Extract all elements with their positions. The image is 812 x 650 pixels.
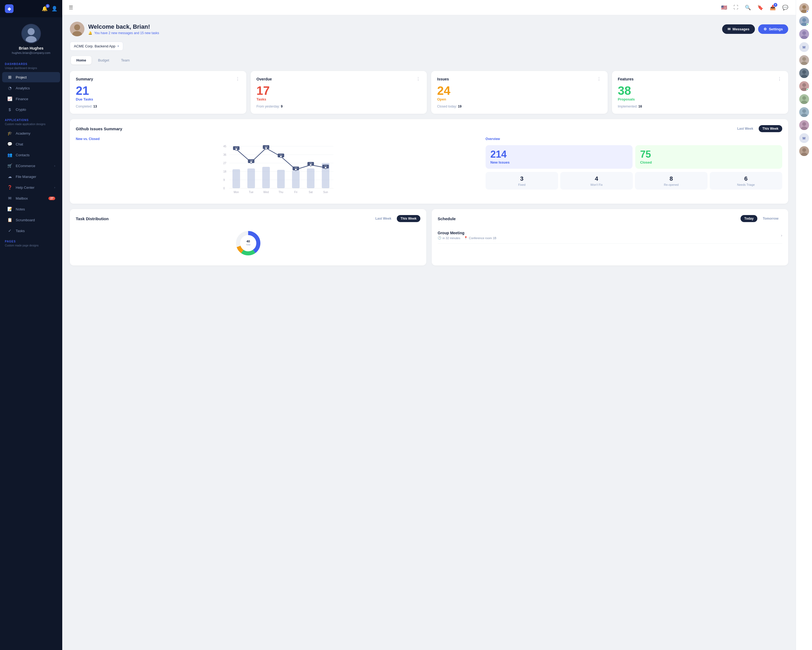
right-panel-avatar-5[interactable] — [799, 68, 809, 78]
mailbox-badge: 27 — [49, 197, 55, 200]
sidebar-item-academy[interactable]: 🎓 Academy — [2, 128, 60, 138]
svg-text:Tue: Tue — [249, 191, 253, 194]
bookmark-icon[interactable]: 🔖 — [756, 3, 765, 12]
card-header: Issues ⋮ — [437, 76, 602, 81]
card-menu-icon[interactable]: ⋮ — [597, 76, 602, 81]
task-dist-this-week-button[interactable]: This Week — [397, 215, 420, 222]
sidebar-item-notes[interactable]: 📝 Notes — [2, 204, 60, 214]
sidebar-profile: Brian Hughes hughes.brian@company.com — [0, 17, 62, 59]
right-panel-avatar-4[interactable] — [799, 55, 809, 65]
welcome-header: Welcome back, Brian! 🔔 You have 2 new me… — [70, 22, 788, 36]
hamburger-menu-button[interactable]: ☰ — [69, 5, 73, 11]
svg-point-1 — [27, 28, 35, 35]
user-search-button[interactable]: 👤 — [52, 6, 57, 12]
svg-rect-23 — [307, 168, 314, 188]
last-week-button[interactable]: Last Week — [734, 125, 757, 132]
right-panel-avatar-2[interactable] — [799, 16, 809, 26]
right-panel-avatar-1[interactable] — [799, 3, 809, 13]
tasks-icon: ✓ — [7, 228, 12, 233]
reopened-number: 8 — [637, 175, 705, 182]
card-sub: Implemented: 16 — [618, 104, 783, 109]
schedule-event: Group Meeting 🕐 in 32 minutes 📍 Conferen… — [438, 227, 782, 244]
fixed-label: Fixed — [488, 183, 556, 186]
sidebar-item-crypto[interactable]: $ Crypto — [2, 104, 60, 115]
svg-point-43 — [295, 168, 297, 171]
card-label: Due Tasks — [76, 97, 240, 101]
sidebar-item-project[interactable]: ⊞ Project — [2, 72, 60, 82]
svg-rect-20 — [262, 167, 270, 188]
sidebar-item-ecommerce[interactable]: 🛒 ECommerce › — [2, 161, 60, 171]
flag-icon[interactable]: 🇺🇸 — [720, 3, 728, 12]
right-panel-avatar-7[interactable] — [799, 94, 809, 104]
inbox-button[interactable]: 📥 5 — [769, 3, 777, 12]
svg-point-87 — [802, 148, 806, 152]
closed-number: 75 — [640, 150, 777, 159]
card-number: 38 — [618, 85, 783, 97]
right-panel-avatar-9[interactable] — [799, 120, 809, 130]
svg-text:9: 9 — [223, 179, 225, 182]
svg-point-66 — [802, 31, 806, 35]
sidebar-item-label: ECommerce — [16, 164, 35, 168]
closed-label: Closed — [640, 161, 777, 164]
right-panel-avatar-8[interactable] — [799, 107, 809, 117]
svg-point-60 — [802, 5, 806, 9]
tab-home[interactable]: Home — [71, 56, 92, 64]
github-issues-section: Github Issues Summary Last Week This Wee… — [70, 119, 788, 203]
card-menu-icon[interactable]: ⋮ — [777, 76, 782, 81]
needs-triage-label: Needs Triage — [712, 183, 780, 186]
svg-point-40 — [250, 161, 252, 163]
this-week-button[interactable]: This Week — [759, 125, 782, 132]
gear-icon: ⚙ — [763, 27, 767, 31]
sidebar-item-mailbox[interactable]: ✉ Mailbox 27 — [2, 193, 60, 203]
svg-point-63 — [802, 18, 806, 22]
sidebar-item-help-center[interactable]: ❓ Help Center › — [2, 182, 60, 193]
tab-budget[interactable]: Budget — [93, 56, 114, 64]
svg-point-78 — [802, 96, 806, 100]
chevron-right-icon-schedule[interactable]: › — [781, 233, 782, 237]
sidebar-item-analytics[interactable]: ◔ Analytics — [2, 83, 60, 93]
right-panel-avatar-10[interactable] — [799, 146, 809, 156]
chevron-down-icon: ▾ — [118, 44, 119, 48]
fullscreen-icon[interactable]: ⛶ — [733, 3, 739, 11]
card-number: 24 — [437, 85, 602, 97]
app-logo[interactable]: ◆ — [5, 5, 14, 13]
svg-rect-22 — [292, 171, 300, 188]
svg-point-45 — [325, 167, 327, 169]
day-toggle: Today Tomorrow — [740, 215, 782, 222]
chat-topbar-icon[interactable]: 💬 — [781, 3, 789, 12]
today-button[interactable]: Today — [740, 215, 757, 222]
scrumboard-icon: 📋 — [7, 217, 12, 222]
location-icon: 📍 — [464, 236, 468, 240]
project-selector[interactable]: ACME Corp. Backend App ▾ — [70, 42, 123, 50]
right-panel-initial-m1[interactable]: M — [799, 42, 809, 52]
right-panel-avatar-3[interactable] — [799, 29, 809, 39]
svg-text:Sat: Sat — [308, 191, 313, 194]
tab-team[interactable]: Team — [116, 56, 135, 64]
notes-icon: 📝 — [7, 206, 12, 211]
task-dist-last-week-button[interactable]: Last Week — [372, 215, 395, 222]
settings-button[interactable]: ⚙ Settings — [758, 24, 788, 34]
notifications-button[interactable]: 🔔 3 — [42, 6, 47, 12]
card-sub: Completed: 13 — [76, 104, 240, 109]
sidebar-item-label: Academy — [16, 132, 30, 135]
card-header: Features ⋮ — [618, 76, 783, 81]
search-icon[interactable]: 🔍 — [744, 3, 752, 12]
welcome-avatar — [70, 22, 84, 36]
sidebar-item-file-manager[interactable]: ☁ File Manager — [2, 171, 60, 182]
svg-text:Fri: Fri — [294, 191, 298, 194]
right-panel-initial-m2[interactable]: M — [799, 133, 809, 143]
sidebar-item-contacts[interactable]: 👥 Contacts — [2, 150, 60, 160]
sidebar-item-scrumboard[interactable]: 📋 Scrumboard — [2, 215, 60, 225]
messages-button[interactable]: ✉ Messages — [722, 24, 755, 34]
sidebar-item-finance[interactable]: 📈 Finance — [2, 94, 60, 104]
features-card: Features ⋮ 38 Proposals Implemented: 16 — [612, 71, 788, 114]
card-menu-icon[interactable]: ⋮ — [416, 76, 421, 81]
sidebar-item-chat[interactable]: 💬 Chat — [2, 139, 60, 149]
sidebar-item-label: Scrumboard — [16, 218, 35, 222]
applications-section-label: APPLICATIONS — [0, 115, 62, 123]
tomorrow-button[interactable]: Tomorrow — [759, 215, 782, 222]
notifications-badge: 3 — [46, 4, 50, 8]
card-menu-icon[interactable]: ⋮ — [235, 76, 240, 81]
right-panel-avatar-6[interactable] — [799, 81, 809, 91]
sidebar-item-tasks[interactable]: ✓ Tasks — [2, 226, 60, 236]
